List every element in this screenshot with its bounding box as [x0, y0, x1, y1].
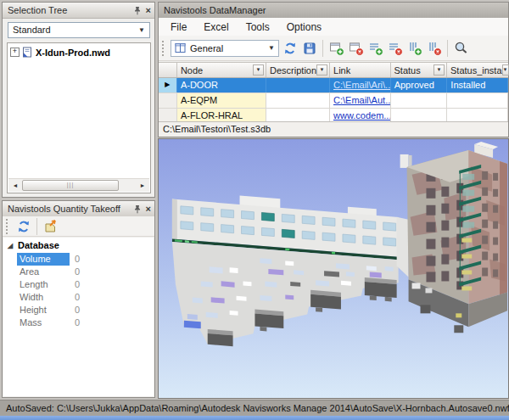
- cell-status[interactable]: Approved: [391, 78, 448, 92]
- close-icon[interactable]: ×: [146, 204, 151, 214]
- selection-tree-view[interactable]: + X-Idun-Prod.nwd ◄ ||| ►: [7, 42, 151, 193]
- add-tab-button[interactable]: [327, 39, 345, 57]
- chevron-down-icon[interactable]: ▼: [268, 44, 275, 52]
- property-value: 0: [75, 278, 80, 291]
- pin-icon[interactable]: [133, 6, 142, 15]
- menu-excel[interactable]: Excel: [195, 20, 237, 35]
- cell-description[interactable]: [266, 78, 330, 92]
- tree-item-root[interactable]: + X-Idun-Prod.nwd: [8, 43, 150, 58]
- menu-file[interactable]: File: [162, 20, 195, 35]
- grid-header-row: Node ▼ Description ▼ Link Status ▼ Statu…: [159, 62, 508, 78]
- quantity-takeoff-title: Navistools Quantity Takeoff: [8, 204, 120, 214]
- scroll-right-icon[interactable]: ►: [136, 180, 149, 192]
- menu-options[interactable]: Options: [278, 20, 330, 35]
- pin-icon[interactable]: [133, 204, 142, 214]
- delete-column-button[interactable]: [425, 39, 443, 57]
- column-header-node[interactable]: Node ▼: [177, 63, 266, 77]
- export-button[interactable]: [42, 217, 59, 235]
- datamanager-grid: Node ▼ Description ▼ Link Status ▼ Statu…: [159, 62, 508, 124]
- quantity-toolbar: [3, 216, 154, 237]
- column-header-link[interactable]: Link: [330, 63, 390, 77]
- list-item[interactable]: Area 0: [3, 266, 154, 278]
- cell-node[interactable]: A-EQPM: [177, 93, 266, 108]
- cell-status[interactable]: [391, 93, 448, 108]
- list-item[interactable]: Height 0: [3, 304, 154, 316]
- tree-preset-combobox[interactable]: Standard ▼: [8, 22, 150, 38]
- database-path-bar: C:\Email\Testori\Test.s3db: [159, 121, 508, 137]
- collapse-triangle-icon[interactable]: ◢: [8, 238, 13, 254]
- add-column-button[interactable]: [406, 39, 423, 57]
- tree-horizontal-scrollbar[interactable]: ◄ ||| ►: [8, 178, 149, 192]
- refresh-button[interactable]: [14, 217, 32, 235]
- export-icon: [43, 219, 58, 233]
- property-label[interactable]: Volume: [17, 253, 70, 266]
- property-label[interactable]: Area: [17, 266, 70, 278]
- 3d-model-scene: [159, 139, 508, 398]
- menu-tools[interactable]: Tools: [238, 20, 278, 35]
- filter-dropdown-icon[interactable]: ▼: [253, 64, 264, 76]
- column-header-description[interactable]: Description ▼: [266, 63, 330, 77]
- cell-description[interactable]: [266, 93, 330, 108]
- toolbar-separator: [322, 40, 323, 57]
- property-label[interactable]: Width: [17, 291, 70, 304]
- save-button[interactable]: [300, 39, 318, 57]
- table-row[interactable]: ▶ A-DOOR C:\Email\Ari\... Approved Insta…: [159, 78, 508, 93]
- property-label[interactable]: Height: [17, 304, 70, 316]
- column-header-status[interactable]: Status ▼: [391, 63, 448, 77]
- link-text[interactable]: www.codem...: [333, 110, 391, 120]
- datamanager-titlebar[interactable]: Navistools DataManager: [159, 3, 508, 19]
- add-row-icon: [368, 41, 383, 56]
- row-marker-icon[interactable]: ▶: [159, 78, 177, 92]
- scrollbar-thumb[interactable]: |||: [22, 180, 119, 191]
- delete-tab-button[interactable]: [347, 39, 365, 57]
- row-selector-cell[interactable]: [159, 93, 177, 108]
- datamanager-title: Navistools DataManager: [164, 5, 266, 15]
- save-icon: [303, 42, 316, 55]
- add-row-button[interactable]: [366, 39, 384, 57]
- chevron-down-icon[interactable]: ▼: [138, 23, 145, 37]
- datamanager-toolbar: General ▼: [159, 36, 508, 61]
- table-row[interactable]: A-EQPM C:\Email\Aut...: [159, 93, 508, 109]
- delete-row-button[interactable]: [386, 39, 404, 57]
- toolbar-grip[interactable]: [162, 41, 166, 56]
- group-database-label: Database: [18, 240, 59, 250]
- add-tab-icon: [329, 41, 344, 56]
- cell-link[interactable]: C:\Email\Ari\...: [330, 78, 391, 92]
- toolbar-grip[interactable]: [6, 219, 10, 234]
- link-text[interactable]: C:\Email\Aut...: [333, 95, 391, 105]
- quantity-takeoff-panel: Navistools Quantity Takeoff ×: [2, 200, 155, 398]
- list-item[interactable]: Width 0: [3, 291, 154, 304]
- filter-dropdown-icon[interactable]: ▼: [433, 64, 445, 76]
- refresh-button[interactable]: [281, 39, 299, 57]
- filter-dropdown-icon[interactable]: ▼: [502, 64, 509, 76]
- delete-row-icon: [388, 41, 403, 56]
- 3d-viewport[interactable]: [158, 138, 509, 399]
- cell-status-insta[interactable]: Installed: [447, 78, 508, 92]
- filter-dropdown-icon[interactable]: ▼: [316, 64, 327, 76]
- group-database[interactable]: ◢ Database: [3, 238, 154, 253]
- list-item[interactable]: Mass 0: [3, 316, 154, 329]
- search-button[interactable]: [452, 39, 470, 57]
- list-item[interactable]: Volume 0: [3, 253, 154, 266]
- column-header-status-insta[interactable]: Status_insta ▼: [447, 63, 508, 77]
- close-icon[interactable]: ×: [146, 6, 151, 15]
- selection-tree-panel: Selection Tree × Standard ▼ + X-Idun-Pro…: [2, 2, 155, 198]
- property-label[interactable]: Length: [17, 278, 70, 291]
- property-value: 0: [75, 253, 80, 266]
- refresh-icon: [17, 220, 31, 233]
- cell-status-insta[interactable]: [447, 93, 508, 108]
- view-combobox[interactable]: General ▼: [171, 40, 279, 57]
- grid-corner-cell[interactable]: [159, 63, 177, 77]
- scroll-left-icon[interactable]: ◄: [8, 180, 22, 192]
- tree-preset-value: Standard: [13, 23, 51, 37]
- status-bar: AutoSaved: C:\Users\Jukka\AppData\Roamin…: [0, 400, 509, 416]
- quantity-takeoff-titlebar[interactable]: Navistools Quantity Takeoff ×: [3, 201, 154, 217]
- tree-expand-icon[interactable]: +: [10, 48, 20, 57]
- link-text[interactable]: C:\Email\Ari\...: [333, 80, 391, 90]
- list-item[interactable]: Length 0: [3, 278, 154, 291]
- property-label[interactable]: Mass: [17, 316, 70, 329]
- selection-tree-titlebar[interactable]: Selection Tree ×: [3, 3, 154, 19]
- cell-node[interactable]: A-DOOR: [177, 78, 266, 92]
- nwd-file-icon: [22, 47, 33, 58]
- cell-link[interactable]: C:\Email\Aut...: [330, 93, 391, 108]
